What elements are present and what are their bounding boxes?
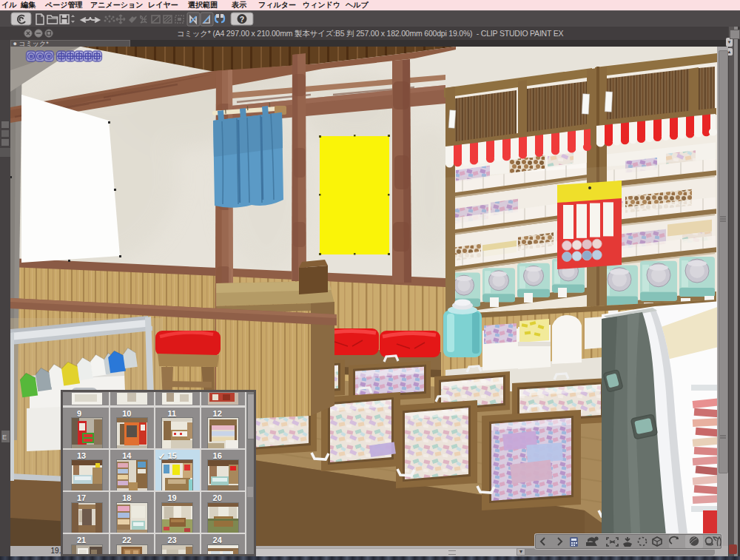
svg-text:?: ? (240, 15, 244, 24)
svg-text:E: E (2, 434, 7, 441)
